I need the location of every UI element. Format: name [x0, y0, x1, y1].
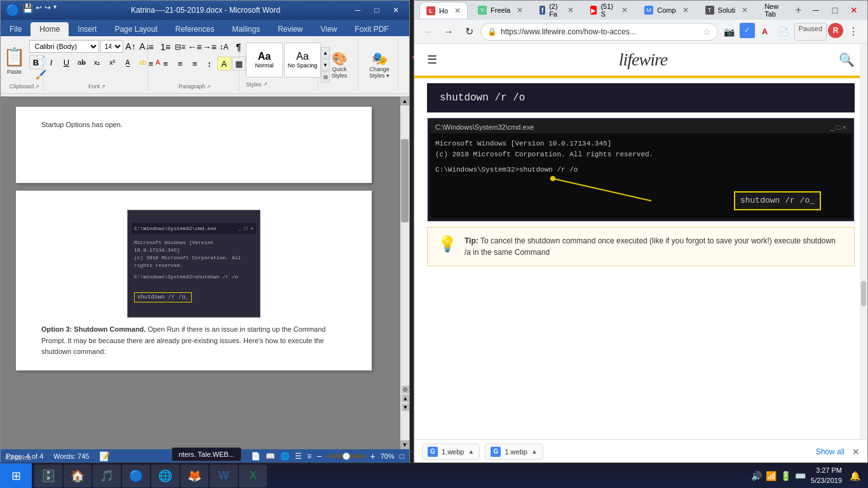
increase-indent-button[interactable]: →≡	[203, 40, 217, 54]
view-draft-btn[interactable]: ≡	[307, 452, 311, 461]
scroll-prev-button[interactable]: ▲	[402, 395, 409, 402]
extensions-icon[interactable]: 📷	[721, 23, 738, 41]
line-spacing-button[interactable]: ↕	[203, 57, 217, 71]
network-icon[interactable]: 📶	[766, 471, 776, 481]
keyboard-icon[interactable]: ⌨️	[795, 471, 806, 481]
browser-tab-4[interactable]: ▶ (51) S ✕	[584, 2, 635, 18]
text-effects-button[interactable]: A̲	[121, 55, 135, 69]
tab-mailings[interactable]: Mailings	[223, 22, 269, 36]
download-chevron-1[interactable]: ▲	[468, 448, 474, 455]
user-avatar[interactable]: R	[828, 23, 843, 38]
taskbar-item-music[interactable]: 🎵	[93, 464, 121, 487]
align-left-button[interactable]: ≡	[144, 57, 158, 71]
browser-minimize-button[interactable]: ─	[808, 4, 824, 17]
download-item-1[interactable]: G 1.webp ▲	[422, 444, 480, 460]
hamburger-menu-button[interactable]: ☰	[427, 53, 437, 67]
increase-font-btn[interactable]: A↑	[125, 40, 137, 53]
view-outline-btn[interactable]: ☰	[295, 452, 302, 461]
italic-button[interactable]: I	[44, 55, 58, 69]
font-size-select[interactable]: 14	[100, 40, 123, 53]
tab-page-layout[interactable]: Page Layout	[105, 22, 166, 36]
browser-close-button[interactable]: ✕	[846, 4, 862, 17]
browser-tab-5[interactable]: M Comp ✕	[638, 2, 695, 18]
bold-button[interactable]: B	[29, 55, 43, 69]
tab-close-4[interactable]: ✕	[621, 6, 628, 15]
browser-tab-2[interactable]: Y Freela ✕	[471, 2, 529, 18]
browser-menu-button[interactable]: ⋮	[844, 23, 862, 41]
address-bar[interactable]: 🔒 https://www.lifewire.com/how-to-acces.…	[480, 23, 718, 41]
tab-insert[interactable]: Insert	[69, 22, 105, 36]
zoom-slider-thumb[interactable]	[342, 452, 350, 460]
tab-close-5[interactable]: ✕	[682, 6, 689, 15]
download-item-2[interactable]: G 1.webp ▲	[485, 444, 543, 460]
tab-close-6[interactable]: ✕	[742, 6, 748, 15]
check-extension-icon[interactable]: ✓	[740, 23, 755, 38]
change-styles-button[interactable]: 🎭 Change Styles ▾	[363, 50, 395, 80]
styles-expand-icon[interactable]: ↗	[263, 81, 268, 87]
undo-icon[interactable]: ↩	[36, 3, 42, 17]
browser-tab-3[interactable]: f (2) Fa ✕	[533, 2, 580, 18]
system-time-date[interactable]: 3:27 PM 5/23/2019	[811, 466, 842, 485]
acrobat-extension-icon[interactable]: A	[756, 23, 774, 41]
minimize-button[interactable]: ─	[349, 4, 366, 17]
zoom-out-btn[interactable]: −	[316, 451, 322, 461]
scrollbar-up-arrow[interactable]: ▲	[400, 97, 409, 105]
paragraph-expand-icon[interactable]: ↗	[207, 84, 211, 90]
bullets-button[interactable]: ≡	[144, 40, 158, 54]
scroll-next-button[interactable]: ▼	[402, 403, 409, 411]
justify-button[interactable]: ≡	[188, 57, 202, 71]
superscript-button[interactable]: x²	[105, 55, 119, 69]
taskbar-item-excel[interactable]: X	[239, 464, 267, 487]
save-icon[interactable]: 💾	[22, 3, 33, 17]
browser-scrollbar-thumb[interactable]	[861, 281, 866, 306]
browser-tab-6[interactable]: T Soluti ✕	[699, 2, 755, 18]
tab-close-1[interactable]: ✕	[454, 6, 461, 15]
taskbar-item-chrome[interactable]: 🌐	[151, 464, 179, 487]
maximize-button[interactable]: □	[369, 4, 385, 17]
taskbar-item-firefox[interactable]: 🦊	[180, 464, 208, 487]
scrollbar-down-arrow[interactable]: ▼	[400, 440, 409, 449]
browser-scrollbar[interactable]	[860, 44, 867, 439]
tab-close-3[interactable]: ✕	[567, 6, 574, 15]
view-web-btn[interactable]: 🌐	[280, 452, 290, 461]
scrollbar-thumb[interactable]	[401, 139, 409, 223]
paused-badge[interactable]: Paused	[794, 23, 827, 41]
star-icon[interactable]: ☆	[703, 27, 711, 37]
redo-icon[interactable]: ↪	[44, 3, 51, 17]
tab-home[interactable]: Home	[31, 22, 69, 36]
align-right-button[interactable]: ≡	[173, 57, 187, 71]
font-family-select[interactable]: Calibri (Body)	[29, 40, 99, 53]
start-button[interactable]: ⊞	[0, 463, 32, 489]
scroll-select-button[interactable]: ⊙	[402, 386, 409, 393]
browser-tab-7[interactable]: New Tab	[758, 2, 789, 18]
pdf-extension-icon[interactable]: 📄	[775, 23, 793, 41]
back-button[interactable]: ←	[419, 23, 437, 41]
normal-style-box[interactable]: Aa Normal	[246, 43, 283, 78]
tab-references[interactable]: References	[166, 22, 223, 36]
tab-foxit-pdf[interactable]: Foxit PDF	[346, 22, 397, 36]
strikethrough-button[interactable]: ab̶	[75, 55, 89, 69]
subscript-button[interactable]: x₂	[90, 55, 104, 69]
search-button[interactable]: 🔍	[839, 52, 855, 67]
zoom-slider[interactable]	[327, 454, 365, 458]
numbered-list-button[interactable]: 1≡	[159, 40, 173, 54]
taskbar-item-word[interactable]: W	[210, 464, 238, 487]
notification-center-icon[interactable]: 🔔	[850, 471, 860, 481]
show-all-button[interactable]: Show all	[816, 447, 844, 456]
tab-file[interactable]: File	[1, 22, 31, 36]
decrease-indent-button[interactable]: ←≡	[188, 40, 202, 54]
forward-button[interactable]: →	[440, 23, 458, 41]
download-bar-close[interactable]: ✕	[852, 447, 860, 457]
browser-tab-active[interactable]: L Ho ✕	[419, 2, 468, 18]
underline-button[interactable]: U	[60, 55, 74, 69]
shading-button[interactable]: A	[217, 57, 231, 71]
close-button[interactable]: ✕	[388, 4, 404, 17]
multilevel-list-button[interactable]: ⊟≡	[173, 40, 187, 54]
paste-button[interactable]: 📋 Paste	[0, 41, 31, 79]
quick-styles-button[interactable]: 🎨 Quick Styles	[323, 50, 355, 80]
browser-maximize-button[interactable]: □	[827, 4, 843, 17]
font-expand-icon[interactable]: ↗	[101, 84, 105, 90]
zoom-fit-btn[interactable]: □	[400, 452, 404, 461]
tab-review[interactable]: Review	[269, 22, 311, 36]
tab-close-2[interactable]: ✕	[517, 6, 523, 15]
